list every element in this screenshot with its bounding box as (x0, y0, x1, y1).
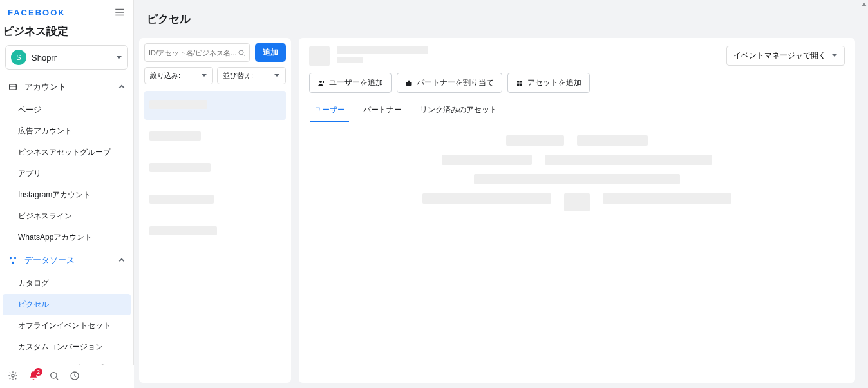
settings-icon[interactable] (8, 371, 18, 383)
svg-line-10 (56, 378, 58, 380)
sidebar-item-business-lines[interactable]: ビジネスライン (0, 206, 133, 227)
sidebar-item-pixels[interactable]: ピクセル (3, 294, 131, 315)
pixel-detail-panel: イベントマネージャで開く ユーザーを追加 パートナーを割り当て (299, 38, 855, 383)
sidebar-item-whatsapp[interactable]: WhatsAppアカウント (0, 227, 133, 248)
open-in-events-manager-button[interactable]: イベントマネージャで開く (726, 46, 845, 66)
caret-down-icon (201, 72, 207, 80)
redacted-content (416, 135, 737, 220)
accounts-icon (8, 82, 18, 92)
svg-point-12 (239, 50, 243, 55)
asset-icon (516, 79, 524, 87)
svg-point-14 (319, 81, 322, 83)
datasources-icon (8, 256, 18, 265)
svg-rect-3 (10, 84, 17, 90)
sidebar-item-offline-events[interactable]: オフラインイベントセット (0, 315, 133, 336)
sidebar-item-asset-groups[interactable]: ビジネスアセットグループ (0, 142, 133, 163)
sidebar-item-ad-accounts[interactable]: 広告アカウント (0, 121, 133, 142)
business-name: Shoprr (32, 53, 116, 63)
facebook-logo: FACEBOOK (8, 8, 126, 17)
sidebar-item-pages[interactable]: ページ (0, 99, 133, 121)
pixel-icon (309, 46, 330, 66)
filter-label: 絞り込み: (150, 71, 180, 81)
pixel-list-panel: 追加 絞り込み: 並び替え: (139, 38, 291, 383)
filter-dropdown[interactable]: 絞り込み: (144, 67, 213, 84)
list-item[interactable] (144, 217, 286, 246)
notification-badge: 2 (34, 368, 42, 376)
svg-point-5 (10, 257, 12, 260)
add-button[interactable]: 追加 (255, 43, 286, 62)
caret-down-icon (116, 53, 122, 63)
search-input[interactable] (149, 49, 238, 57)
list-item[interactable] (144, 154, 286, 183)
add-asset-button[interactable]: アセットを追加 (507, 73, 590, 93)
section-datasources[interactable]: データソース (0, 248, 133, 273)
main-content: ピクセル 追加 絞り込み: 並び替え: (134, 0, 860, 388)
sort-dropdown[interactable]: 並び替え: (217, 67, 286, 84)
chevron-up-icon (118, 82, 126, 92)
add-asset-label: アセットを追加 (527, 77, 581, 88)
assign-partners-label: パートナーを割り当て (417, 77, 494, 88)
business-avatar: S (11, 50, 26, 65)
svg-line-13 (243, 54, 244, 55)
list-item[interactable] (144, 91, 286, 120)
sidebar-item-instagram[interactable]: Instagramアカウント (0, 184, 133, 206)
sidebar-footer: 2 (0, 365, 134, 388)
open-manager-label: イベントマネージャで開く (733, 50, 826, 61)
sidebar-item-apps[interactable]: アプリ (0, 163, 133, 184)
caret-down-icon (274, 72, 280, 80)
add-user-button[interactable]: ユーザーを追加 (309, 73, 392, 93)
notifications-icon[interactable]: 2 (28, 371, 39, 383)
sidebar-item-catalogs[interactable]: カタログ (0, 273, 133, 294)
search-box[interactable] (144, 43, 250, 62)
sidebar: FACEBOOK ビジネス設定 S Shoprr アカウント ページ 広告アカウ… (0, 0, 134, 388)
vertical-scrollbar[interactable] (860, 0, 868, 388)
svg-point-9 (51, 373, 57, 378)
tab-partners[interactable]: パートナー (362, 101, 403, 122)
scroll-up-icon[interactable] (860, 0, 868, 9)
svg-point-8 (12, 374, 14, 377)
section-accounts-label: アカウント (24, 81, 118, 93)
sort-label: 並び替え: (223, 71, 253, 81)
svg-point-6 (14, 257, 17, 260)
search-icon[interactable] (49, 371, 59, 383)
pixel-title (337, 46, 428, 63)
sidebar-item-custom-conversions[interactable]: カスタムコンバージョン (0, 336, 133, 358)
page-title: ピクセル (134, 0, 860, 38)
sidebar-title: ビジネス設定 (0, 20, 133, 45)
search-icon (238, 49, 245, 57)
section-accounts[interactable]: アカウント (0, 75, 133, 99)
user-plus-icon (317, 79, 325, 87)
chevron-up-icon (118, 256, 126, 266)
tab-linked-assets[interactable]: リンク済みのアセット (419, 101, 498, 122)
section-datasources-label: データソース (24, 255, 118, 266)
tab-users[interactable]: ユーザー (313, 101, 346, 122)
add-user-label: ユーザーを追加 (329, 77, 383, 88)
svg-point-7 (12, 262, 14, 264)
business-selector[interactable]: S Shoprr (5, 45, 128, 70)
history-icon[interactable] (70, 371, 80, 383)
svg-rect-15 (406, 82, 412, 86)
assign-partners-button[interactable]: パートナーを割り当て (397, 73, 502, 93)
briefcase-icon (405, 79, 413, 87)
list-item[interactable] (144, 186, 286, 215)
list-item[interactable] (144, 122, 286, 151)
caret-down-icon (831, 52, 838, 61)
hamburger-icon[interactable] (114, 6, 126, 20)
